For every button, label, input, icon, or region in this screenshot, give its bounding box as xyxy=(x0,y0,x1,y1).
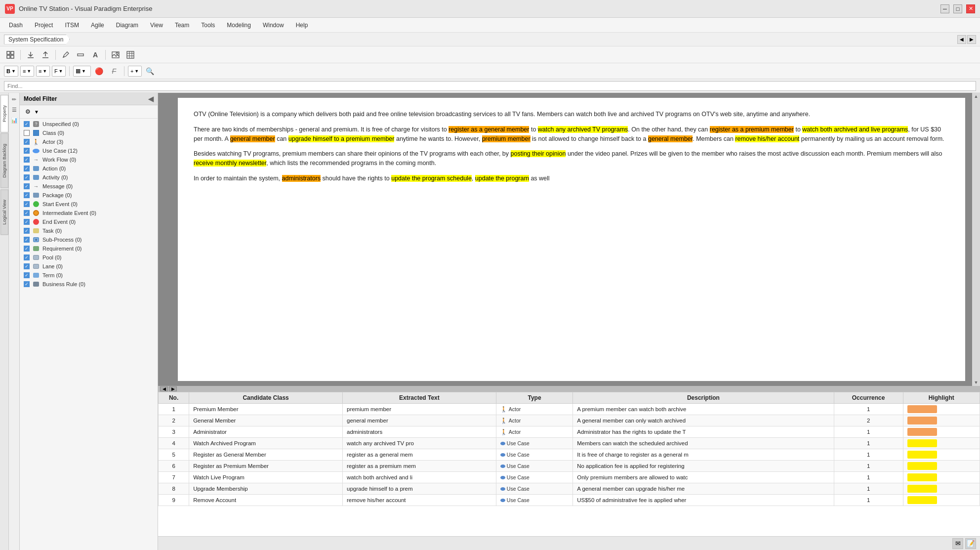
tb-import-btn[interactable] xyxy=(24,48,37,61)
menu-view[interactable]: View xyxy=(145,20,168,31)
filter-checkbox[interactable]: ✓ xyxy=(24,246,30,252)
filter-item[interactable]: ✓ Action (0) xyxy=(20,164,158,173)
add-dropdown[interactable]: + ▼ xyxy=(128,66,142,77)
table-row[interactable]: 3 Administrator administrators 🚶 Actor A… xyxy=(159,426,980,438)
filter-checkbox[interactable]: ✓ xyxy=(24,183,30,189)
edit-icon[interactable]: 📝 xyxy=(965,538,976,549)
view-dropdown[interactable]: ▦ ▼ xyxy=(73,66,91,77)
filter-item[interactable]: ✓ Start Event (0) xyxy=(20,200,158,209)
filter-checkbox[interactable]: ✓ xyxy=(24,272,30,278)
filter-checkbox[interactable]: ✓ xyxy=(24,157,30,163)
tb-export-btn[interactable] xyxy=(39,48,52,61)
filter-item[interactable]: ✓ → Work Flow (0) xyxy=(20,155,158,164)
window-controls[interactable]: ─ □ ✕ xyxy=(940,4,975,13)
menu-help[interactable]: Help xyxy=(291,20,313,31)
breadcrumb-system-spec[interactable]: System Specification xyxy=(4,35,70,44)
search-input[interactable] xyxy=(4,81,976,91)
filter-item[interactable]: Class (0) xyxy=(20,128,158,137)
menu-dash[interactable]: Dash xyxy=(4,20,28,31)
filter-item[interactable]: ✓ Use Case (12) xyxy=(20,146,158,155)
tb-table-btn[interactable] xyxy=(124,48,137,61)
filter-item[interactable]: ✓ End Event (0) xyxy=(20,217,158,226)
tb-image-btn[interactable] xyxy=(109,48,122,61)
filter-item[interactable]: ✓ + Sub-Process (0) xyxy=(20,235,158,244)
tb-search-btn[interactable]: 🔍 xyxy=(144,65,157,78)
filter-item[interactable]: ✓ Pool (0) xyxy=(20,253,158,262)
nav-right-btn[interactable]: ▶ xyxy=(169,386,177,391)
filter-checkbox[interactable]: ✓ xyxy=(24,219,30,225)
tb-line-btn[interactable] xyxy=(74,48,87,61)
filter-item[interactable]: ✓ 🚶 Actor (3) xyxy=(20,137,158,146)
filter-checkbox[interactable]: ✓ xyxy=(24,166,30,171)
close-button[interactable]: ✕ xyxy=(966,4,975,13)
filter-item[interactable]: ✓ Activity (0) xyxy=(20,173,158,182)
side-tab-logical-view[interactable]: Logical View xyxy=(0,189,8,235)
side-tab-diagram-backlog[interactable]: Diagram Backlog xyxy=(0,133,8,188)
tb-format-btn[interactable]: F xyxy=(108,65,121,78)
menu-diagram[interactable]: Diagram xyxy=(111,20,143,31)
menu-window[interactable]: Window xyxy=(258,20,289,31)
breadcrumb-next[interactable]: ▶ xyxy=(967,35,976,44)
filter-item[interactable]: ✓ Task (0) xyxy=(20,226,158,235)
table-row[interactable]: 7 Watch Live Program watch both archived… xyxy=(159,472,980,483)
table-row[interactable]: 6 Register as Premium Member register as… xyxy=(159,461,980,472)
table-row[interactable]: 5 Register as General Member register as… xyxy=(159,449,980,461)
font-dropdown[interactable]: F ▼ xyxy=(52,66,66,77)
tb-pen-btn[interactable] xyxy=(59,48,72,61)
filter-type-icon xyxy=(33,147,40,154)
filter-item[interactable]: ✓ Intermediate Event (0) xyxy=(20,209,158,217)
panel-collapse-btn[interactable]: ◀ xyxy=(148,95,154,103)
tb-text-btn[interactable]: A xyxy=(89,48,102,61)
table-row[interactable]: 2 General Member general member 🚶 Actor … xyxy=(159,415,980,426)
filter-checkbox[interactable]: ✓ xyxy=(24,192,30,198)
tb-highlight-btn[interactable]: 🔴 xyxy=(93,65,106,78)
left-icon-chart[interactable]: 📊 xyxy=(10,116,19,125)
tb-grid-btn[interactable] xyxy=(4,48,17,61)
menu-tools[interactable]: Tools xyxy=(196,20,220,31)
filter-checkbox[interactable]: ✓ xyxy=(24,228,30,234)
breadcrumb-prev[interactable]: ◀ xyxy=(957,35,966,44)
side-tab-property[interactable]: Property xyxy=(0,95,8,132)
para-dropdown[interactable]: ≡ ▼ xyxy=(20,66,34,77)
table-row[interactable]: 8 Upgrade Membership upgrade himself to … xyxy=(159,483,980,495)
filter-item[interactable]: ✓ Lane (0) xyxy=(20,262,158,271)
bold-dropdown[interactable]: B ▼ xyxy=(4,66,18,77)
filter-checkbox[interactable]: ✓ xyxy=(24,210,30,216)
menu-modeling[interactable]: Modeling xyxy=(222,20,256,31)
menu-team[interactable]: Team xyxy=(170,20,194,31)
filter-settings-btn[interactable]: ⚙ xyxy=(23,107,33,117)
menu-agile[interactable]: Agile xyxy=(86,20,109,31)
filter-item[interactable]: ✓ → Message (0) xyxy=(20,182,158,191)
table-row[interactable]: 4 Watch Archived Program watch any archi… xyxy=(159,438,980,449)
table-row[interactable]: 9 Remove Account remove his/her account … xyxy=(159,495,980,506)
table-row[interactable]: 1 Premium Member premium member 🚶 Actor … xyxy=(159,404,980,415)
maximize-button[interactable]: □ xyxy=(953,4,962,13)
filter-checkbox[interactable] xyxy=(24,130,30,136)
filter-item[interactable]: ✓ Term (0) xyxy=(20,271,158,280)
left-icon-pencil[interactable]: ✏ xyxy=(10,95,19,104)
filter-checkbox[interactable]: ✓ xyxy=(24,263,30,269)
filter-checkbox[interactable]: ✓ xyxy=(24,201,30,207)
left-icon-list[interactable]: ☰ xyxy=(10,105,19,114)
nav-left-btn[interactable]: ◀ xyxy=(160,386,168,391)
mail-icon[interactable]: ✉ xyxy=(952,538,963,549)
filter-checkbox[interactable]: ✓ xyxy=(24,121,30,127)
filter-item[interactable]: ✓ ? Unspecified (0) xyxy=(20,120,158,128)
menu-itsm[interactable]: ITSM xyxy=(60,20,84,31)
cell-description: A premium member can watch both archive xyxy=(573,404,834,415)
filter-checkbox[interactable]: ✓ xyxy=(24,174,30,180)
scroll-up-arrow[interactable]: ▲ xyxy=(974,94,979,99)
doc-scrollbar[interactable]: ▲ ▼ xyxy=(972,93,980,386)
filter-checkbox[interactable]: ✓ xyxy=(24,148,30,154)
filter-item[interactable]: ✓ Package (0) xyxy=(20,191,158,200)
filter-checkbox[interactable]: ✓ xyxy=(24,139,30,145)
filter-item[interactable]: ✓ Business Rule (0) xyxy=(20,280,158,289)
minimize-button[interactable]: ─ xyxy=(940,4,949,13)
scroll-down-arrow[interactable]: ▼ xyxy=(974,380,979,385)
list-dropdown[interactable]: ≡ ▼ xyxy=(36,66,50,77)
filter-checkbox[interactable]: ✓ xyxy=(24,281,30,287)
menu-project[interactable]: Project xyxy=(30,20,58,31)
filter-checkbox[interactable]: ✓ xyxy=(24,254,30,260)
filter-item[interactable]: ✓ Requirement (0) xyxy=(20,244,158,253)
filter-checkbox[interactable]: ✓ xyxy=(24,237,30,243)
